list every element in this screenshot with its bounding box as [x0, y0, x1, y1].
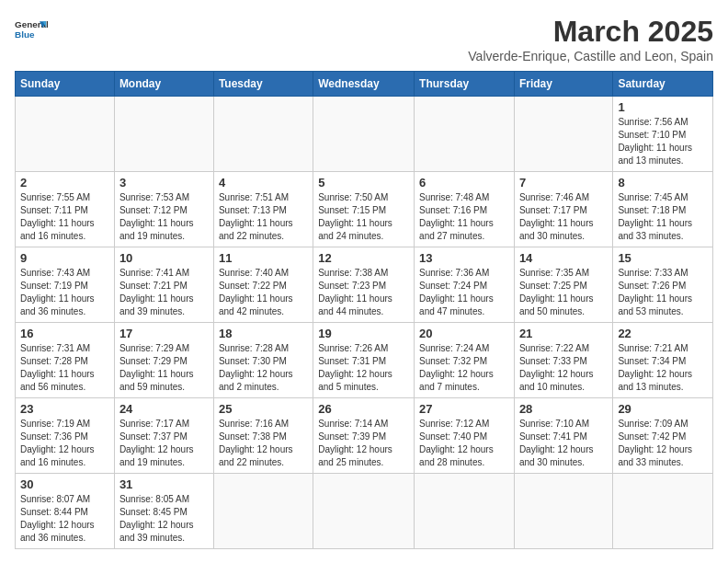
calendar-cell: 23Sunrise: 7:19 AM Sunset: 7:36 PM Dayli… — [16, 398, 115, 474]
header-day-saturday: Saturday — [613, 72, 713, 97]
day-number: 19 — [318, 327, 409, 340]
day-number: 25 — [219, 402, 308, 416]
calendar-cell: 18Sunrise: 7:28 AM Sunset: 7:30 PM Dayli… — [213, 323, 313, 398]
day-info: Sunrise: 7:36 AM Sunset: 7:24 PM Dayligh… — [419, 267, 509, 318]
svg-text:Blue: Blue — [15, 29, 35, 40]
calendar-cell: 9Sunrise: 7:43 AM Sunset: 7:19 PM Daylig… — [16, 247, 115, 323]
day-info: Sunrise: 7:10 AM Sunset: 7:41 PM Dayligh… — [519, 418, 608, 469]
calendar-cell: 8Sunrise: 7:45 AM Sunset: 7:18 PM Daylig… — [613, 172, 713, 247]
week-row-0: 1Sunrise: 7:56 AM Sunset: 7:10 PM Daylig… — [16, 97, 713, 172]
day-number: 21 — [519, 327, 608, 340]
calendar-cell — [213, 97, 313, 172]
day-info: Sunrise: 7:17 AM Sunset: 7:37 PM Dayligh… — [119, 418, 209, 469]
calendar-cell: 20Sunrise: 7:24 AM Sunset: 7:32 PM Dayli… — [415, 323, 515, 398]
week-row-4: 23Sunrise: 7:19 AM Sunset: 7:36 PM Dayli… — [16, 398, 713, 474]
calendar-cell — [415, 474, 515, 549]
day-info: Sunrise: 7:31 AM Sunset: 7:28 PM Dayligh… — [20, 342, 109, 394]
day-info: Sunrise: 7:21 AM Sunset: 7:34 PM Dayligh… — [618, 342, 708, 394]
day-number: 22 — [618, 327, 708, 340]
calendar-cell: 16Sunrise: 7:31 AM Sunset: 7:28 PM Dayli… — [16, 323, 115, 398]
day-info: Sunrise: 7:50 AM Sunset: 7:15 PM Dayligh… — [318, 191, 409, 243]
calendar-cell: 3Sunrise: 7:53 AM Sunset: 7:12 PM Daylig… — [114, 172, 213, 247]
day-number: 23 — [20, 402, 109, 416]
day-number: 26 — [318, 402, 409, 416]
day-info: Sunrise: 7:35 AM Sunset: 7:25 PM Dayligh… — [519, 267, 608, 318]
calendar-cell: 31Sunrise: 8:05 AM Sunset: 8:45 PM Dayli… — [114, 474, 213, 549]
day-number: 11 — [219, 251, 308, 265]
calendar-body: 1Sunrise: 7:56 AM Sunset: 7:10 PM Daylig… — [16, 97, 713, 549]
day-info: Sunrise: 7:26 AM Sunset: 7:31 PM Dayligh… — [318, 342, 409, 394]
calendar-cell — [613, 474, 713, 549]
day-number: 15 — [618, 251, 708, 265]
calendar-cell: 10Sunrise: 7:41 AM Sunset: 7:21 PM Dayli… — [114, 247, 213, 323]
day-info: Sunrise: 7:12 AM Sunset: 7:40 PM Dayligh… — [419, 418, 509, 469]
day-info: Sunrise: 7:56 AM Sunset: 7:10 PM Dayligh… — [618, 116, 708, 167]
logo: General Blue — [15, 15, 48, 48]
calendar-cell — [213, 474, 313, 549]
day-number: 18 — [219, 327, 308, 340]
calendar-cell: 30Sunrise: 8:07 AM Sunset: 8:44 PM Dayli… — [16, 474, 115, 549]
day-number: 10 — [119, 251, 209, 265]
title-area: March 2025 Valverde-Enrique, Castille an… — [468, 15, 713, 63]
day-info: Sunrise: 7:33 AM Sunset: 7:26 PM Dayligh… — [618, 267, 708, 318]
day-number: 6 — [419, 176, 509, 190]
day-number: 2 — [20, 176, 109, 190]
header-day-sunday: Sunday — [16, 72, 115, 97]
calendar-cell: 24Sunrise: 7:17 AM Sunset: 7:37 PM Dayli… — [114, 398, 213, 474]
day-number: 17 — [119, 327, 209, 340]
calendar-cell: 2Sunrise: 7:55 AM Sunset: 7:11 PM Daylig… — [16, 172, 115, 247]
calendar-cell: 13Sunrise: 7:36 AM Sunset: 7:24 PM Dayli… — [415, 247, 515, 323]
week-row-3: 16Sunrise: 7:31 AM Sunset: 7:28 PM Dayli… — [16, 323, 713, 398]
day-info: Sunrise: 7:40 AM Sunset: 7:22 PM Dayligh… — [219, 267, 308, 318]
day-number: 3 — [119, 176, 209, 190]
main-title: March 2025 — [468, 15, 713, 49]
day-info: Sunrise: 7:51 AM Sunset: 7:13 PM Dayligh… — [219, 191, 308, 243]
calendar-cell: 27Sunrise: 7:12 AM Sunset: 7:40 PM Dayli… — [415, 398, 515, 474]
calendar-cell: 21Sunrise: 7:22 AM Sunset: 7:33 PM Dayli… — [514, 323, 612, 398]
calendar-cell: 14Sunrise: 7:35 AM Sunset: 7:25 PM Dayli… — [514, 247, 612, 323]
week-row-2: 9Sunrise: 7:43 AM Sunset: 7:19 PM Daylig… — [16, 247, 713, 323]
calendar-cell — [415, 97, 515, 172]
header-row: SundayMondayTuesdayWednesdayThursdayFrid… — [16, 72, 713, 97]
day-number: 29 — [618, 402, 708, 416]
calendar-cell: 28Sunrise: 7:10 AM Sunset: 7:41 PM Dayli… — [514, 398, 612, 474]
day-number: 28 — [519, 402, 608, 416]
calendar-cell — [313, 474, 415, 549]
calendar-cell: 6Sunrise: 7:48 AM Sunset: 7:16 PM Daylig… — [415, 172, 515, 247]
day-info: Sunrise: 8:05 AM Sunset: 8:45 PM Dayligh… — [119, 493, 209, 545]
day-info: Sunrise: 7:14 AM Sunset: 7:39 PM Dayligh… — [318, 418, 409, 469]
day-number: 24 — [119, 402, 209, 416]
day-info: Sunrise: 7:38 AM Sunset: 7:23 PM Dayligh… — [318, 267, 409, 318]
header-day-thursday: Thursday — [415, 72, 515, 97]
day-info: Sunrise: 7:19 AM Sunset: 7:36 PM Dayligh… — [20, 418, 109, 469]
day-number: 4 — [219, 176, 308, 190]
day-number: 14 — [519, 251, 608, 265]
day-number: 9 — [20, 251, 109, 265]
week-row-5: 30Sunrise: 8:07 AM Sunset: 8:44 PM Dayli… — [16, 474, 713, 549]
calendar-cell: 4Sunrise: 7:51 AM Sunset: 7:13 PM Daylig… — [213, 172, 313, 247]
day-info: Sunrise: 7:29 AM Sunset: 7:29 PM Dayligh… — [119, 342, 209, 394]
calendar-cell: 29Sunrise: 7:09 AM Sunset: 7:42 PM Dayli… — [613, 398, 713, 474]
calendar-cell — [514, 97, 612, 172]
day-info: Sunrise: 7:28 AM Sunset: 7:30 PM Dayligh… — [219, 342, 308, 394]
calendar-cell — [313, 97, 415, 172]
day-number: 20 — [419, 327, 509, 340]
calendar-table: SundayMondayTuesdayWednesdayThursdayFrid… — [15, 71, 713, 549]
calendar-cell: 19Sunrise: 7:26 AM Sunset: 7:31 PM Dayli… — [313, 323, 415, 398]
day-number: 5 — [318, 176, 409, 190]
day-number: 12 — [318, 251, 409, 265]
logo-icon: General Blue — [15, 15, 48, 48]
day-number: 30 — [20, 477, 109, 491]
day-info: Sunrise: 7:48 AM Sunset: 7:16 PM Dayligh… — [419, 191, 509, 243]
day-info: Sunrise: 8:07 AM Sunset: 8:44 PM Dayligh… — [20, 493, 109, 545]
header: General Blue March 2025 Valverde-Enrique… — [15, 15, 713, 63]
header-day-wednesday: Wednesday — [313, 72, 415, 97]
calendar-cell: 26Sunrise: 7:14 AM Sunset: 7:39 PM Dayli… — [313, 398, 415, 474]
day-number: 8 — [618, 176, 708, 190]
calendar-cell — [514, 474, 612, 549]
header-day-monday: Monday — [114, 72, 213, 97]
day-info: Sunrise: 7:55 AM Sunset: 7:11 PM Dayligh… — [20, 191, 109, 243]
day-info: Sunrise: 7:22 AM Sunset: 7:33 PM Dayligh… — [519, 342, 608, 394]
calendar-header: SundayMondayTuesdayWednesdayThursdayFrid… — [16, 72, 713, 97]
day-number: 27 — [419, 402, 509, 416]
